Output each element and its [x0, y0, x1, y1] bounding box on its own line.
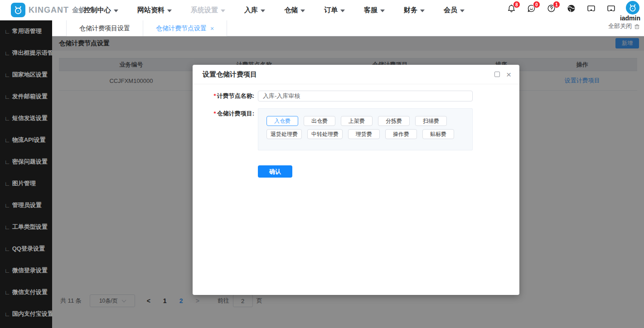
caret-down-icon	[261, 10, 265, 12]
confirm-button[interactable]: 确认	[258, 165, 292, 178]
node-name-input[interactable]	[258, 91, 473, 101]
main-menu: 控制中心 网站资料 系统设置 入库 仓储 订单 客服 财务 会员	[84, 0, 465, 20]
caret-down-icon	[340, 10, 345, 12]
avatar[interactable]	[626, 1, 639, 14]
caret-down-icon	[420, 10, 425, 12]
bell-icon[interactable]: 8	[507, 4, 516, 13]
tab-bar: 仓储计费项目设置 仓储计费节点设置 ×	[52, 20, 644, 36]
sidebar-item-sms[interactable]: ∟短信发送设置	[0, 107, 52, 129]
tab-billing-items-settings[interactable]: 仓储计费项目设置	[66, 20, 143, 36]
dialog-header: 设置仓储计费项目	[193, 65, 519, 84]
set-billing-items-dialog: 设置仓储计费项目 *计费节点名称: *仓储计费项目: 入仓费 出仓费 上架费 分…	[193, 65, 519, 295]
close-icon[interactable]	[506, 70, 511, 79]
dialog-title: 设置仓储计费项目	[203, 70, 257, 79]
help-icon[interactable]: 1	[547, 4, 556, 13]
tag-scanning-fee[interactable]: 扫描费	[415, 116, 447, 126]
screen-share-icon[interactable]	[606, 4, 616, 13]
tag-tallying-fee[interactable]: 理货费	[348, 129, 380, 139]
sidebar-item-common-phrases[interactable]: ∟常用语管理	[0, 20, 52, 42]
caret-down-icon	[300, 10, 305, 12]
globe-icon[interactable]	[567, 4, 576, 13]
billing-items-panel: 入仓费 出仓费 上架费 分拣费 扫描费 退货处理费 中转处理费 理货费 操作费 …	[258, 108, 473, 150]
tag-operation-fee[interactable]: 操作费	[385, 129, 417, 139]
help-badge: 1	[553, 1, 560, 8]
caret-down-icon	[221, 10, 225, 12]
message-icon[interactable]: 0	[527, 4, 536, 13]
tag-outbound-fee[interactable]: 出仓费	[304, 116, 335, 126]
maximize-icon[interactable]	[494, 72, 500, 77]
sidebar-item-qq-login[interactable]: ∟QQ登录设置	[0, 238, 52, 260]
tab-close-icon[interactable]: ×	[210, 25, 214, 32]
billing-items-label: 仓储计费项目:	[217, 110, 254, 117]
ant-logo-icon	[11, 3, 25, 17]
sidebar-item-wechat-pay[interactable]: ∟微信支付设置	[0, 281, 52, 303]
brand-name: KINGANT	[29, 5, 69, 15]
trash-icon	[634, 23, 640, 30]
tag-transit-handling-fee[interactable]: 中转处理费	[307, 129, 343, 139]
sidebar: ∟常用语管理 ∟弹出框提示语管理 ∟国家地区设置 ∟发件邮箱设置 ∟短信发送设置…	[0, 20, 52, 328]
sidebar-item-logistics-api[interactable]: ∟物流API设置	[0, 129, 52, 151]
username: iadmin	[620, 14, 640, 22]
sidebar-item-country-region[interactable]: ∟国家地区设置	[0, 64, 52, 86]
brand[interactable]: KINGANT 金蚁	[11, 3, 86, 17]
menu-service[interactable]: 客服	[364, 6, 385, 14]
sidebar-item-popup-prompts[interactable]: ∟弹出框提示语管理	[0, 42, 52, 64]
sidebar-item-image-management[interactable]: ∟图片管理	[0, 173, 52, 194]
navbar-icons: 8 0 1	[507, 4, 616, 13]
sidebar-item-alipay-domestic[interactable]: ∟国内支付宝设置	[0, 303, 52, 325]
required-asterisk: *	[214, 110, 216, 117]
bell-badge: 8	[513, 1, 520, 8]
tag-labeling-fee[interactable]: 贴标费	[422, 129, 454, 139]
caret-down-icon	[380, 10, 385, 12]
menu-finance[interactable]: 财务	[404, 6, 425, 14]
menu-site-data[interactable]: 网站资料	[137, 6, 172, 14]
menu-inbound[interactable]: 入库	[244, 6, 265, 14]
sidebar-item-wechat-login[interactable]: ∟微信登录设置	[0, 260, 52, 281]
sidebar-item-security-question[interactable]: ∟密保问题设置	[0, 151, 52, 173]
menu-orders[interactable]: 订单	[324, 6, 345, 14]
required-asterisk: *	[214, 92, 216, 99]
sidebar-item-ticket-type[interactable]: ∟工单类型设置	[0, 216, 52, 238]
node-name-label: 计费节点名称:	[217, 92, 254, 99]
billing-items-field-row: *仓储计费项目: 入仓费 出仓费 上架费 分拣费 扫描费 退货处理费 中转处理费…	[203, 108, 509, 150]
close-all-tabs-button[interactable]: 全部关闭	[608, 22, 640, 30]
tag-inbound-fee[interactable]: 入仓费	[266, 116, 298, 126]
sidebar-item-sender-email[interactable]: ∟发件邮箱设置	[0, 86, 52, 107]
menu-control-center[interactable]: 控制中心	[84, 6, 118, 14]
tag-return-handling-fee[interactable]: 退货处理费	[266, 129, 302, 139]
caret-down-icon	[114, 10, 118, 12]
caret-down-icon	[460, 10, 465, 12]
sidebar-item-admin-settings[interactable]: ∟管理员设置	[0, 194, 52, 216]
tag-shelving-fee[interactable]: 上架费	[341, 116, 373, 126]
menu-members[interactable]: 会员	[444, 6, 465, 14]
menu-warehouse[interactable]: 仓储	[284, 6, 305, 14]
tab-billing-node-settings[interactable]: 仓储计费节点设置 ×	[143, 20, 227, 36]
screen-share-icon[interactable]	[586, 4, 596, 13]
menu-system-settings[interactable]: 系统设置	[191, 6, 225, 14]
tag-sorting-fee[interactable]: 分拣费	[378, 116, 410, 126]
dialog-body: *计费节点名称: *仓储计费项目: 入仓费 出仓费 上架费 分拣费 扫描费 退货…	[193, 84, 519, 178]
node-name-field-row: *计费节点名称:	[203, 91, 509, 101]
message-badge: 0	[533, 1, 540, 8]
caret-down-icon	[167, 10, 172, 12]
top-navbar: KINGANT 金蚁 控制中心 网站资料 系统设置 入库 仓储 订单 客服 财务…	[0, 0, 644, 20]
